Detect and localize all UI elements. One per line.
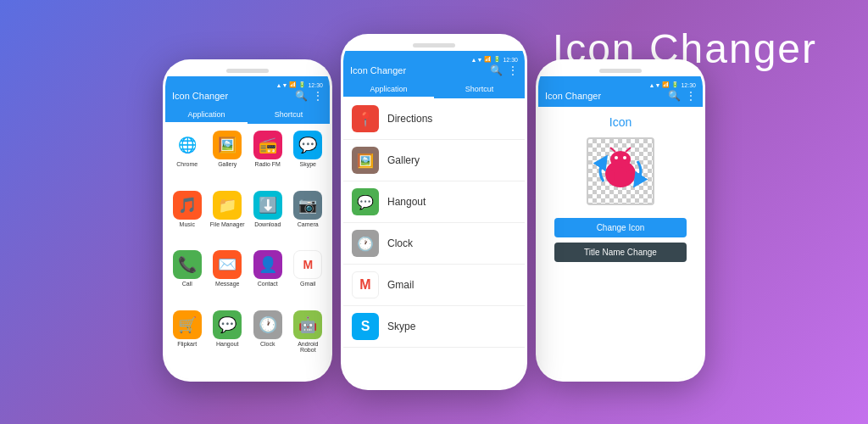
- list-item[interactable]: 💬 Hangout: [209, 310, 247, 373]
- list-item[interactable]: 💬 Hangout: [343, 181, 525, 223]
- more-icon-3[interactable]: ⋮: [686, 90, 696, 102]
- list-item[interactable]: M Gmail: [290, 250, 327, 307]
- phone-1-actions: 🔍 ⋮: [295, 90, 323, 102]
- change-icon-button[interactable]: Change Icon: [554, 218, 687, 237]
- list-item[interactable]: 💬 Skype: [290, 131, 327, 187]
- phone-2: ▲▼ 📶 🔋 12:30 Icon Changer 🔍 ⋮ Applicatio…: [341, 34, 527, 390]
- call-icon: 📞: [173, 250, 202, 279]
- hangout-list-icon: 💬: [352, 188, 379, 215]
- list-item[interactable]: 🌐 Chrome: [169, 131, 206, 187]
- flipkart-icon: 🛒: [173, 310, 202, 339]
- search-icon-3[interactable]: 🔍: [668, 90, 681, 102]
- phone-3-speaker: [599, 69, 642, 73]
- phone-3-appbar: ▲▼ 📶 🔋 12:30 Icon Changer 🔍 ⋮: [538, 76, 703, 107]
- list-item[interactable]: 🕐 Clock: [249, 310, 287, 373]
- directions-icon: 📍: [352, 105, 379, 132]
- phone-1-statusbar: ▲▼ 📶 🔋 12:30: [172, 81, 323, 88]
- list-item[interactable]: 📁 File Manager: [209, 191, 247, 248]
- gallery-label: Gallery: [218, 161, 236, 167]
- phone-2-title: Icon Changer: [350, 65, 406, 75]
- more-icon-2[interactable]: ⋮: [508, 64, 518, 76]
- call-label: Call: [182, 281, 192, 287]
- icon-preview-box: [587, 137, 654, 205]
- phone-2-statusbar: ▲▼ 📶 🔋 12:30: [350, 56, 518, 63]
- list-item[interactable]: 👤 Contact: [249, 250, 287, 307]
- list-item[interactable]: 🎵 Music: [169, 191, 206, 248]
- files-icon: 📁: [213, 191, 242, 220]
- flipkart-label: Flipkart: [177, 341, 197, 347]
- phone-3-wifi-icon: 📶: [662, 81, 670, 88]
- phone-3-signal-icon: ▲▼: [649, 82, 661, 88]
- phone-2-speaker: [413, 43, 455, 47]
- phone-2-appbar-top: Icon Changer 🔍 ⋮: [350, 64, 518, 76]
- search-icon-2[interactable]: 🔍: [490, 64, 503, 76]
- clock-list-label: Clock: [387, 237, 413, 249]
- more-icon[interactable]: ⋮: [313, 90, 323, 102]
- tab-shortcut-1[interactable]: Shortcut: [248, 107, 330, 124]
- camera-icon: 📷: [293, 191, 322, 220]
- phone-1-time: 12:30: [308, 82, 323, 88]
- android-robot-svg: [593, 144, 648, 199]
- list-item[interactable]: M Gmail: [343, 265, 525, 306]
- chrome-icon: 🌐: [173, 131, 202, 159]
- svg-point-2: [626, 170, 632, 182]
- list-item[interactable]: 🖼️ Gallery: [343, 140, 525, 181]
- message-label: Message: [215, 281, 239, 287]
- list-item[interactable]: 📷 Camera: [290, 191, 327, 248]
- phone-1-screen: ▲▼ 📶 🔋 12:30 Icon Changer 🔍 ⋮ Applicatio…: [165, 76, 330, 379]
- skype-icon: 💬: [293, 131, 322, 159]
- files-label: File Manager: [210, 221, 245, 227]
- download-label: Download: [254, 221, 281, 227]
- phone-2-signal-icon: ▲▼: [471, 57, 483, 63]
- clock-icon: 🕐: [253, 310, 282, 339]
- phone-2-battery-icon: 🔋: [493, 56, 501, 63]
- list-item[interactable]: 🤖 Android Robot: [290, 310, 327, 373]
- contact-icon: 👤: [253, 250, 282, 279]
- hangout-list-label: Hangout: [387, 196, 426, 208]
- list-item[interactable]: 📍 Directions: [343, 98, 525, 140]
- camera-label: Camera: [298, 221, 319, 227]
- list-item[interactable]: ⬇️ Download: [249, 191, 287, 248]
- phone-2-screen: ▲▼ 📶 🔋 12:30 Icon Changer 🔍 ⋮ Applicatio…: [343, 51, 525, 388]
- gallery-list-icon: 🖼️: [352, 147, 379, 174]
- phone-3-battery-icon: 🔋: [671, 81, 679, 88]
- icon-preview-area: Icon: [538, 107, 703, 379]
- radio-icon: 📻: [253, 131, 282, 159]
- phone-2-wifi-icon: 📶: [484, 56, 492, 63]
- phone-3-time: 12:30: [681, 82, 696, 88]
- hangout-label: Hangout: [216, 341, 238, 347]
- phone-3-title: Icon Changer: [545, 91, 601, 101]
- clock-label: Clock: [260, 341, 275, 347]
- gmail-list-icon: M: [352, 271, 379, 298]
- phone-1-speaker: [226, 69, 269, 73]
- list-item[interactable]: 🖼️ Gallery: [209, 131, 247, 187]
- phone-1-wifi-icon: 📶: [289, 81, 297, 88]
- radio-label: Radio FM: [255, 161, 281, 167]
- phone-3-actions: 🔍 ⋮: [668, 90, 696, 102]
- title-name-change-button[interactable]: Title Name Change: [554, 243, 687, 262]
- tab-shortcut-2[interactable]: Shortcut: [434, 81, 525, 98]
- list-item[interactable]: 🕐 Clock: [343, 223, 525, 265]
- phone-2-list: 📍 Directions 🖼️ Gallery 💬 Hangout 🕐 Cloc…: [343, 98, 525, 388]
- list-item[interactable]: 📻 Radio FM: [249, 131, 287, 187]
- tab-application-1[interactable]: Application: [165, 107, 248, 124]
- gmail-label: Gmail: [300, 281, 315, 287]
- search-icon[interactable]: 🔍: [295, 90, 308, 102]
- gallery-icon: 🖼️: [213, 131, 242, 159]
- icon-section-title: Icon: [609, 115, 632, 129]
- list-item[interactable]: 📞 Call: [169, 250, 206, 307]
- gmail-list-label: Gmail: [387, 279, 414, 291]
- music-label: Music: [180, 221, 195, 227]
- message-icon: ✉️: [213, 250, 242, 279]
- list-item[interactable]: 🛒 Flipkart: [169, 310, 206, 373]
- phone-1-appbar: ▲▼ 📶 🔋 12:30 Icon Changer 🔍 ⋮: [165, 76, 330, 107]
- phone-2-tabs: Application Shortcut: [343, 81, 525, 98]
- phone-2-appbar: ▲▼ 📶 🔋 12:30 Icon Changer 🔍 ⋮: [343, 51, 525, 81]
- svg-point-3: [610, 151, 631, 168]
- svg-line-6: [610, 148, 615, 152]
- gmail-icon: M: [293, 250, 322, 279]
- list-item[interactable]: ✉️ Message: [209, 250, 247, 307]
- list-item[interactable]: S Skype: [343, 306, 525, 348]
- phone-1-signal-icon: ▲▼: [276, 82, 288, 88]
- tab-application-2[interactable]: Application: [343, 81, 434, 98]
